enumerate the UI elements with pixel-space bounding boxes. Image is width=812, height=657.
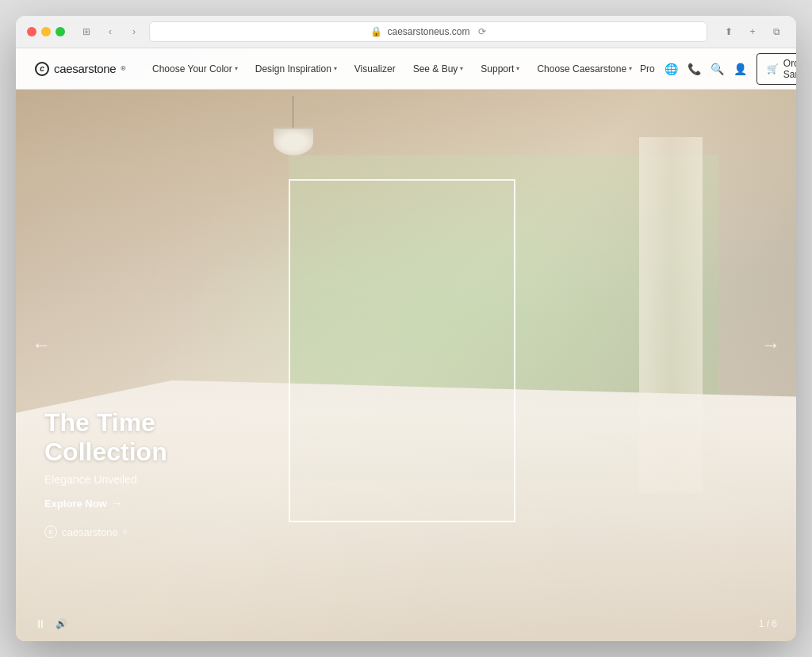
globe-icon[interactable]: 🌐 [665, 61, 678, 77]
next-slide-button[interactable]: → [761, 334, 780, 356]
logo-icon [35, 62, 49, 76]
hero-subtitle: Elegance Unveiled [44, 473, 167, 486]
pause-button[interactable]: ⏸ [35, 617, 46, 630]
hero-brand-name: caesarstone [62, 526, 118, 538]
nav-pro-label[interactable]: Pro [640, 63, 655, 74]
nav-label-see-buy: See & Buy [413, 63, 458, 74]
traffic-lights [27, 27, 65, 36]
browser-window: ⊞ ‹ › 🔒 caesarstoneus.com ⟳ ⬆ + ⧉ caesar… [16, 16, 796, 641]
browser-action-buttons: ⬆ + ⧉ [720, 23, 785, 40]
slide-counter: 1 / 6 [759, 618, 777, 629]
back-button[interactable]: ‹ [102, 23, 119, 40]
hero-title-line2: Collection [44, 437, 167, 466]
chevron-down-icon: ▾ [235, 65, 238, 72]
nav-item-see-buy[interactable]: See & Buy ▾ [405, 59, 472, 79]
nav-label-support: Support [481, 63, 514, 74]
hero-content: The Time Collection Elegance Unveiled Ex… [44, 408, 167, 538]
chevron-down-icon: ▾ [460, 65, 463, 72]
phone-icon[interactable]: 📞 [688, 61, 701, 77]
order-sample-button[interactable]: 🛒 Order Sample [756, 53, 796, 85]
address-bar[interactable]: 🔒 caesarstoneus.com ⟳ [149, 21, 707, 42]
pendant-shade [274, 128, 313, 155]
playback-controls: ⏸ 🔊 [35, 617, 67, 630]
chevron-down-icon: ▾ [516, 65, 519, 72]
account-icon[interactable]: 👤 [733, 61, 747, 77]
logo-superscript: ® [121, 65, 125, 72]
browser-titlebar: ⊞ ‹ › 🔒 caesarstoneus.com ⟳ ⬆ + ⧉ [16, 16, 796, 48]
reload-button[interactable]: ⟳ [478, 26, 486, 37]
nav-menu: Choose Your Color ▾ Design Inspiration ▾… [144, 59, 640, 79]
site-nav: caesarstone ® Choose Your Color ▾ Design… [16, 48, 796, 90]
forward-button[interactable]: › [125, 23, 143, 40]
lock-icon: 🔒 [370, 26, 382, 37]
new-tab-button[interactable]: + [744, 23, 761, 40]
hero-brand-superscript: ® [123, 529, 128, 536]
share-button[interactable]: ⬆ [720, 23, 737, 40]
hero-brand-logo: c caesarstone ® [44, 525, 167, 538]
close-button[interactable] [27, 27, 36, 36]
nav-right: Pro 🌐 📞 🔍 👤 🛒 Order Sample [640, 53, 796, 85]
hero-title-line1: The Time [44, 408, 155, 437]
logo-text: caesarstone [54, 62, 116, 75]
chevron-down-icon: ▾ [629, 65, 632, 72]
order-sample-label: Order Sample [783, 58, 796, 80]
nav-item-choose-caesarstone[interactable]: Choose Caesarstone ▾ [529, 59, 640, 79]
sidebar-toggle-button[interactable]: ⊞ [78, 23, 95, 40]
prev-slide-button[interactable]: ← [32, 334, 51, 356]
search-icon[interactable]: 🔍 [710, 61, 724, 77]
nav-label-design-inspiration: Design Inspiration [255, 63, 331, 74]
pendant-light-1 [274, 96, 313, 155]
minimize-button[interactable] [41, 27, 51, 36]
site-logo[interactable]: caesarstone ® [35, 62, 125, 76]
nav-item-design-inspiration[interactable]: Design Inspiration ▾ [247, 59, 345, 79]
chevron-down-icon: ▾ [334, 65, 337, 72]
maximize-button[interactable] [56, 27, 65, 36]
nav-item-choose-color[interactable]: Choose Your Color ▾ [144, 59, 246, 79]
tabs-button[interactable]: ⧉ [768, 23, 785, 40]
url-text: caesarstoneus.com [387, 26, 469, 37]
nav-item-visualizer[interactable]: Visualizer [347, 59, 404, 79]
hero-section: The Time Collection Elegance Unveiled Ex… [16, 48, 796, 641]
volume-button[interactable]: 🔊 [56, 618, 67, 629]
nav-item-support[interactable]: Support ▾ [473, 59, 527, 79]
pendant-wire [293, 96, 293, 128]
browser-nav-controls: ⊞ ‹ › [78, 23, 143, 40]
browser-chrome: ⊞ ‹ › 🔒 caesarstoneus.com ⟳ ⬆ + ⧉ [16, 16, 796, 48]
hero-cta-button[interactable]: Explore Now [44, 497, 167, 510]
hero-logo-icon: c [44, 525, 57, 538]
nav-label-choose-caesarstone: Choose Caesarstone [537, 63, 626, 74]
site-content: caesarstone ® Choose Your Color ▾ Design… [16, 48, 796, 641]
hero-title: The Time Collection [44, 408, 167, 467]
hero-bottom-bar: ⏸ 🔊 1 / 6 [16, 617, 796, 630]
nav-label-choose-color: Choose Your Color [152, 63, 232, 74]
cart-icon: 🛒 [767, 63, 779, 74]
nav-label-visualizer: Visualizer [354, 63, 396, 74]
